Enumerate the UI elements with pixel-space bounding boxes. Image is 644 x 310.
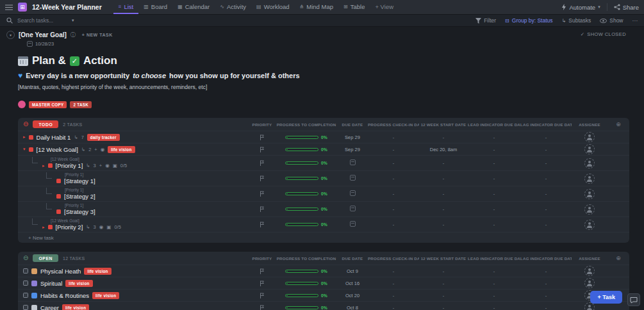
table-row[interactable]: ▸ Daily Habit 1 ↳ 7 daily tracker 0% Sep… [18, 131, 629, 143]
due-date[interactable]: Oct 9 [337, 268, 368, 274]
collapse-chevron-icon[interactable]: ▾ [23, 147, 26, 152]
help-chat-button[interactable] [627, 293, 640, 306]
tag-life-vision[interactable]: life vision [92, 292, 119, 299]
checkin-date[interactable]: - [368, 268, 419, 274]
due-date[interactable]: Oct 16 [337, 281, 368, 286]
lead-indicator-date[interactable]: - [468, 206, 520, 212]
column-header-lead[interactable]: LEAD INDICATOR DUE DATE [468, 256, 520, 261]
status-square-icon[interactable] [56, 194, 61, 199]
assignee-avatar[interactable] [584, 189, 595, 199]
lead-indicator-date[interactable]: - [468, 268, 520, 274]
due-date-empty[interactable] [337, 190, 368, 197]
lead-indicator-date[interactable]: - [468, 222, 520, 227]
tag-life-vision[interactable]: life vision [108, 146, 135, 153]
filter-button[interactable]: Filter [475, 17, 496, 24]
status-square-icon[interactable] [56, 209, 61, 214]
column-header-due-date[interactable]: DUE DATE [337, 122, 368, 127]
priority-cell[interactable] [249, 305, 276, 310]
start-date[interactable]: - [419, 293, 468, 298]
new-task-row[interactable]: + New task [18, 232, 629, 243]
lag-indicator-date[interactable]: - [520, 135, 572, 140]
chevron-down-icon[interactable]: ▾ [72, 18, 74, 23]
lead-indicator-date[interactable]: - [468, 191, 520, 197]
lag-indicator-date[interactable]: - [520, 293, 572, 298]
start-date[interactable]: - [419, 206, 468, 212]
lag-indicator-date[interactable]: - [520, 191, 572, 197]
info-icon[interactable]: ⓘ [70, 31, 76, 38]
task-name[interactable]: Daily Habit 1 [37, 134, 71, 141]
tab-mind-map[interactable]: ⋔Mind Map [295, 0, 338, 14]
column-header-progress[interactable]: PROGRESS TO COMPLETION [276, 122, 337, 127]
tab-table[interactable]: ⊞Table [338, 0, 370, 14]
table-row[interactable]: [12 Week Goal] ▸ [Priority 1] ↳ 3 + ◉ ▣ … [18, 155, 629, 170]
column-header-lag[interactable]: LAG INDICATOR DUE DATE [520, 256, 572, 261]
column-header-start[interactable]: 12 WEEK START DATE [419, 122, 468, 127]
lag-indicator-date[interactable]: - [520, 281, 572, 286]
watch-eye-icon[interactable]: ◉ [105, 163, 110, 168]
status-square-icon[interactable] [48, 163, 53, 168]
column-header-lag[interactable]: LAG INDICATOR DUE DATE [520, 122, 572, 127]
watch-eye-icon[interactable]: ◉ [101, 147, 105, 152]
table-row[interactable]: Spiritual life vision 0% Oct 16 - - - - [18, 277, 629, 289]
more-options-button[interactable]: ⋯ [632, 17, 638, 24]
new-task-link[interactable]: + NEW TASK [82, 33, 113, 37]
add-column-icon[interactable]: ⊕ [607, 121, 629, 127]
lag-indicator-date[interactable]: - [520, 305, 572, 310]
tag-task-count[interactable]: 2 TASK [70, 101, 92, 108]
start-date[interactable]: - [419, 222, 468, 227]
priority-cell[interactable] [249, 175, 276, 181]
assignee-avatar[interactable] [584, 220, 595, 230]
assignee-avatar[interactable] [584, 204, 595, 215]
status-square-icon[interactable] [29, 135, 33, 140]
table-row[interactable]: [Priority 1] [Strategy 2] 0% - - - - [18, 186, 629, 201]
priority-cell[interactable] [249, 160, 276, 166]
checkin-date[interactable]: - [368, 281, 419, 286]
assignee-avatar[interactable] [584, 132, 595, 142]
start-date[interactable]: Dec 20, 8am [419, 147, 468, 152]
tab-activity[interactable]: ∿Activity [215, 0, 251, 14]
column-header-assignee[interactable]: ASSIGNEE [572, 256, 607, 261]
assignee-avatar[interactable] [584, 174, 595, 184]
table-row[interactable]: [Priority 1] [Strategy 3] 0% - - - - [18, 201, 629, 216]
tag-life-vision[interactable]: life vision [65, 280, 92, 287]
share-button[interactable]: Share [614, 4, 639, 11]
priority-cell[interactable] [249, 281, 276, 286]
priority-cell[interactable] [249, 268, 276, 274]
due-date[interactable]: Oct 8 [337, 305, 368, 310]
table-row[interactable]: [Priority 1] [Strategy 1] 0% - - - - [18, 170, 629, 186]
start-date[interactable]: - [419, 268, 468, 274]
due-date-empty[interactable] [337, 221, 368, 228]
column-header-checkin[interactable]: PROGRESS CHECK-IN DATE [368, 256, 419, 261]
show-button[interactable]: Show [600, 17, 623, 24]
checkin-date[interactable]: - [368, 293, 419, 298]
group-by-button[interactable]: ⊟Group by: Status [505, 17, 553, 24]
lead-indicator-date[interactable]: - [468, 293, 520, 298]
tag-life-vision[interactable]: life vision [84, 268, 111, 275]
start-date[interactable]: - [419, 175, 468, 181]
assignee-avatar[interactable] [584, 158, 595, 168]
task-name[interactable]: [Strategy 1] [64, 177, 95, 184]
lag-indicator-date[interactable]: - [520, 206, 572, 212]
checkin-date[interactable]: - [368, 160, 419, 166]
lead-indicator-date[interactable]: - [468, 305, 520, 310]
column-header-priority[interactable]: PRIORITY [249, 122, 276, 127]
table-row[interactable]: [12 Week Goal] ▸ [Priority 2] ↳ 3 ◉ ▣ 0/… [18, 216, 629, 232]
lead-indicator-date[interactable]: - [468, 175, 520, 181]
tab-workload[interactable]: ▤Workload [251, 0, 295, 14]
start-date[interactable]: - [419, 160, 468, 166]
tab-board[interactable]: ▥Board [138, 0, 172, 14]
avatar[interactable] [18, 101, 26, 108]
column-header-checkin[interactable]: PROGRESS CHECK-IN DATE [368, 122, 419, 127]
priority-cell[interactable] [249, 191, 276, 197]
lead-indicator-date[interactable]: - [468, 160, 520, 166]
lead-indicator-date[interactable]: - [468, 147, 520, 152]
start-date[interactable]: - [419, 135, 468, 140]
hamburger-menu-icon[interactable] [5, 4, 13, 10]
due-date-empty[interactable] [337, 175, 368, 182]
task-name[interactable]: Physical Heath [40, 268, 81, 275]
checkin-date[interactable]: - [368, 147, 419, 152]
collapse-group-icon[interactable]: ⊖ [23, 255, 28, 261]
due-date-empty[interactable] [337, 206, 368, 213]
start-date[interactable]: - [419, 281, 468, 286]
watch-eye-icon[interactable]: ◉ [99, 224, 104, 230]
